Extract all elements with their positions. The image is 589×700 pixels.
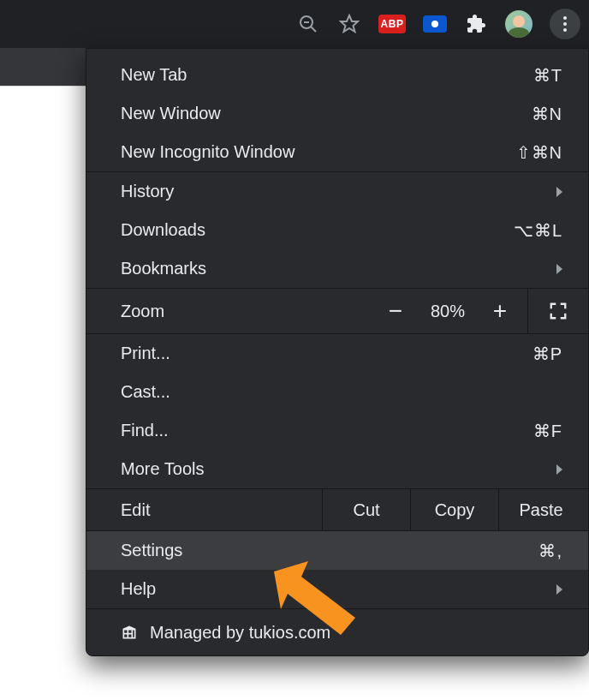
bookmark-star-icon[interactable] — [337, 12, 361, 36]
svg-marker-3 — [341, 15, 358, 32]
menu-item-new-window[interactable]: New Window ⌘N — [86, 94, 588, 133]
menu-label: Help — [121, 579, 562, 599]
menu-item-edit-row: Edit Cut Copy Paste — [86, 489, 588, 530]
adblock-extension-icon[interactable]: ABP — [378, 15, 406, 33]
menu-item-settings[interactable]: Settings ⌘, — [86, 531, 588, 570]
menu-shortcut: ⌘P — [532, 344, 562, 364]
edit-label: Edit — [86, 489, 322, 530]
menu-item-zoom: Zoom − 80% + — [86, 289, 588, 333]
menu-item-history[interactable]: History — [86, 172, 588, 211]
edit-cut-button[interactable]: Cut — [322, 489, 410, 530]
building-icon — [121, 624, 138, 641]
menu-item-find[interactable]: Find... ⌘F — [86, 411, 588, 450]
extensions-icon[interactable] — [464, 12, 488, 36]
menu-item-print[interactable]: Print... ⌘P — [86, 334, 588, 373]
fullscreen-button[interactable] — [527, 289, 588, 333]
menu-shortcut: ⌘F — [533, 421, 562, 441]
menu-shortcut: ⌘N — [532, 104, 562, 124]
browser-toolbar: ABP — [0, 0, 589, 48]
zoom-indicator-icon[interactable] — [296, 12, 320, 36]
zoom-in-button[interactable]: + — [479, 289, 521, 333]
menu-shortcut: ⌘, — [538, 541, 562, 561]
menu-item-bookmarks[interactable]: Bookmarks — [86, 249, 588, 288]
menu-label: New Window — [121, 104, 532, 123]
menu-shortcut: ⇧⌘N — [516, 142, 562, 163]
chrome-menu-button[interactable] — [550, 9, 580, 39]
menu-label: New Tab — [121, 65, 533, 85]
video-extension-icon[interactable] — [423, 15, 447, 33]
menu-label: Downloads — [121, 220, 514, 240]
zoom-value: 80% — [416, 302, 479, 321]
menu-label: More Tools — [121, 459, 562, 479]
profile-avatar[interactable] — [505, 10, 532, 38]
menu-label: Print... — [121, 344, 532, 363]
menu-label: New Incognito Window — [121, 142, 516, 162]
menu-item-new-incognito[interactable]: New Incognito Window ⇧⌘N — [86, 133, 588, 171]
menu-shortcut: ⌘T — [533, 65, 562, 86]
menu-shortcut: ⌥⌘L — [514, 220, 562, 241]
menu-label: Find... — [121, 421, 533, 440]
menu-label: History — [121, 182, 562, 201]
svg-line-1 — [311, 27, 316, 32]
edit-paste-button[interactable]: Paste — [498, 489, 588, 530]
menu-item-managed[interactable]: Managed by tukios.com — [86, 609, 588, 655]
menu-item-cast[interactable]: Cast... — [86, 373, 588, 411]
menu-item-new-tab[interactable]: New Tab ⌘T — [86, 56, 588, 94]
menu-label: Settings — [121, 541, 538, 560]
managed-label: Managed by tukios.com — [150, 623, 330, 643]
zoom-label: Zoom — [86, 302, 375, 321]
menu-label: Cast... — [121, 382, 562, 402]
menu-label: Bookmarks — [121, 259, 562, 278]
menu-item-more-tools[interactable]: More Tools — [86, 450, 588, 488]
menu-item-help[interactable]: Help — [86, 570, 588, 608]
menu-item-downloads[interactable]: Downloads ⌥⌘L — [86, 211, 588, 249]
edit-copy-button[interactable]: Copy — [410, 489, 498, 530]
zoom-out-button[interactable]: − — [375, 289, 416, 333]
chrome-main-menu: New Tab ⌘T New Window ⌘N New Incognito W… — [86, 48, 589, 656]
